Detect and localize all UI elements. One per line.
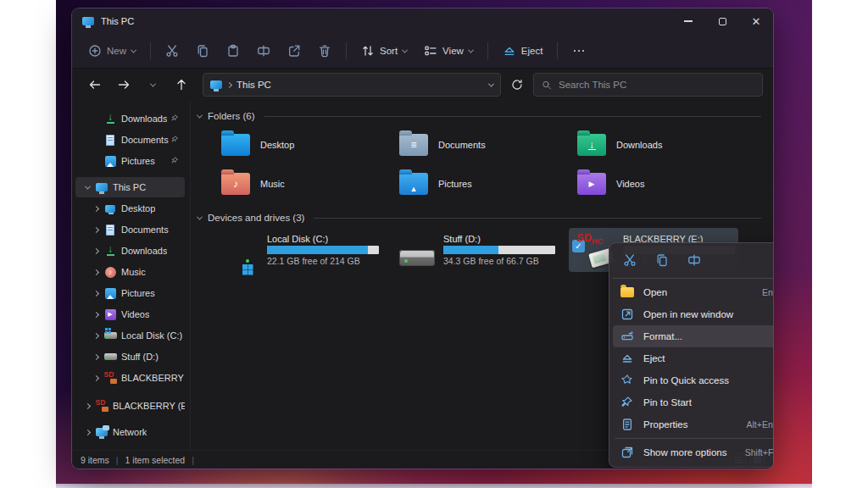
chevron-right-icon[interactable] (89, 355, 103, 359)
videos-icon: ▶ (103, 309, 118, 320)
arrow-right-icon (117, 78, 131, 92)
chevron-right-icon[interactable] (89, 291, 103, 296)
sidebar-item-blackberry-e[interactable]: SDBLACKBERRY (E (75, 368, 185, 388)
network-icon (94, 428, 109, 436)
sidebar-item-documents[interactable]: Documents (75, 130, 185, 150)
refresh-icon (510, 78, 524, 92)
sidebar-item-label: BLACKBERRY (E (121, 373, 185, 383)
sidebar-item-label: Videos (121, 309, 149, 319)
drives-section-header[interactable]: Devices and drives (3) (198, 213, 761, 223)
eject-button[interactable]: Eject (495, 39, 551, 63)
folder-item-desktop[interactable]: Desktop (216, 126, 386, 164)
toolbar-separator (557, 42, 558, 59)
window-title: This PC (101, 16, 134, 26)
drive-tile-stuff-d[interactable]: Stuff (D:)34.3 GB free of 66.7 GB (392, 228, 562, 272)
context-menu-icon-row (613, 247, 773, 279)
cut-button[interactable] (158, 39, 186, 63)
drive-tile-local-disk-c[interactable]: Local Disk (C:)22.1 GB free of 214 GB (216, 228, 386, 272)
folder-item-videos[interactable]: ▶Videos (572, 165, 742, 202)
status-separator: | (116, 455, 119, 465)
chevron-right-icon[interactable] (81, 404, 94, 408)
copy-button[interactable] (655, 253, 669, 270)
paste-icon (226, 44, 240, 58)
sidebar-item-this-pc[interactable]: This PC (75, 177, 185, 197)
up-button[interactable] (169, 73, 194, 97)
chevron-right-icon[interactable] (89, 228, 103, 232)
menu-item-label: Eject (643, 353, 665, 363)
chevron-right-icon[interactable] (81, 430, 94, 435)
menu-item-show-more-options[interactable]: Show more optionsShift+F10 (613, 441, 773, 463)
drives-section-title: Devices and drives (3) (208, 213, 304, 223)
share-button[interactable] (280, 39, 309, 63)
chevron-down-icon[interactable] (488, 80, 494, 86)
chevron-right-icon[interactable] (89, 207, 103, 211)
arrow-up-icon (175, 78, 188, 92)
folder-item-music[interactable]: ♪Music (216, 165, 386, 202)
menu-item-open[interactable]: OpenEnter (613, 281, 773, 303)
sidebar-item-pictures[interactable]: Pictures (75, 283, 185, 303)
maximize-button[interactable] (705, 8, 739, 34)
minimize-button[interactable] (671, 8, 705, 34)
menu-item-properties[interactable]: PropertiesAlt+Enter (613, 413, 773, 435)
more-options-button[interactable] (565, 39, 593, 63)
maximize-icon (719, 18, 726, 25)
menu-item-open-in-new-window[interactable]: Open in new window (613, 303, 773, 325)
sidebar-item-network[interactable]: Network (75, 422, 185, 442)
sidebar-item-videos[interactable]: ▶Videos (75, 304, 185, 324)
format-drive-icon (620, 330, 634, 343)
sort-button[interactable]: Sort (353, 39, 415, 63)
view-icon (424, 44, 437, 58)
address-bar[interactable]: This PC (203, 73, 501, 97)
folder-item-downloads[interactable]: ↓Downloads (572, 126, 742, 164)
titlebar[interactable]: This PC ✕ (72, 8, 773, 34)
chevron-down-icon[interactable] (81, 186, 94, 190)
navigation-sidebar: ↓DownloadsDocumentsPicturesThis PCDeskto… (72, 101, 191, 451)
sidebar-item-downloads[interactable]: ↓Downloads (75, 108, 185, 129)
breadcrumb-path[interactable]: This PC (236, 80, 271, 90)
folder-item-pictures[interactable]: ▲Pictures (394, 165, 564, 202)
chevron-right-icon[interactable] (89, 313, 103, 317)
copy-button[interactable] (188, 39, 217, 63)
menu-item-format[interactable]: Format... (613, 325, 773, 347)
forward-button[interactable] (111, 73, 136, 97)
sidebar-item-stuff-d[interactable]: Stuff (D:) (75, 347, 185, 367)
menu-item-eject[interactable]: Eject (613, 347, 773, 369)
chevron-down-icon (197, 214, 203, 219)
sidebar-item-label: Desktop (121, 203, 155, 214)
search-box[interactable] (533, 73, 763, 97)
sidebar-item-label: Music (121, 267, 146, 277)
folder-item-documents[interactable]: ≡Documents (394, 126, 564, 164)
menu-item-label: Properties (643, 419, 687, 430)
sidebar-item-desktop[interactable]: Desktop (75, 198, 185, 219)
rename-button[interactable] (249, 39, 278, 63)
paste-button[interactable] (219, 39, 248, 63)
sidebar-item-local-disk-c[interactable]: Local Disk (C:) (75, 325, 185, 346)
sidebar-item-blackberry-e[interactable]: SDBLACKBERRY (E: (75, 396, 185, 416)
menu-item-pin-to-quick-access[interactable]: Pin to Quick access (613, 369, 773, 391)
chevron-right-icon[interactable] (89, 334, 103, 338)
properties-icon (620, 418, 634, 431)
back-button[interactable] (82, 73, 108, 97)
search-input[interactable] (559, 80, 754, 90)
close-button[interactable]: ✕ (739, 8, 773, 34)
sidebar-item-label: Pictures (121, 156, 155, 166)
sidebar-item-music[interactable]: ♪Music (75, 262, 185, 282)
new-button[interactable]: New (81, 39, 143, 63)
chevron-right-icon[interactable] (89, 249, 103, 253)
copy-icon (196, 44, 209, 58)
drive-icon (103, 353, 118, 360)
cut-button[interactable] (623, 253, 637, 270)
menu-item-pin-to-start[interactable]: Pin to Start (613, 391, 773, 413)
recent-locations-button[interactable] (140, 73, 165, 97)
delete-button[interactable] (310, 39, 339, 63)
sidebar-item-downloads[interactable]: ↓Downloads (75, 241, 185, 261)
view-button[interactable]: View (416, 39, 481, 63)
sidebar-item-pictures[interactable]: Pictures (75, 151, 185, 171)
chevron-right-icon[interactable] (89, 270, 103, 274)
refresh-button[interactable] (504, 73, 530, 97)
folders-section-header[interactable]: Folders (6) (198, 111, 761, 121)
folder-pictures-icon: ▲ (399, 173, 428, 195)
rename-button[interactable] (687, 253, 701, 270)
sidebar-item-documents[interactable]: Documents (75, 219, 185, 240)
chevron-right-icon[interactable] (89, 376, 103, 380)
